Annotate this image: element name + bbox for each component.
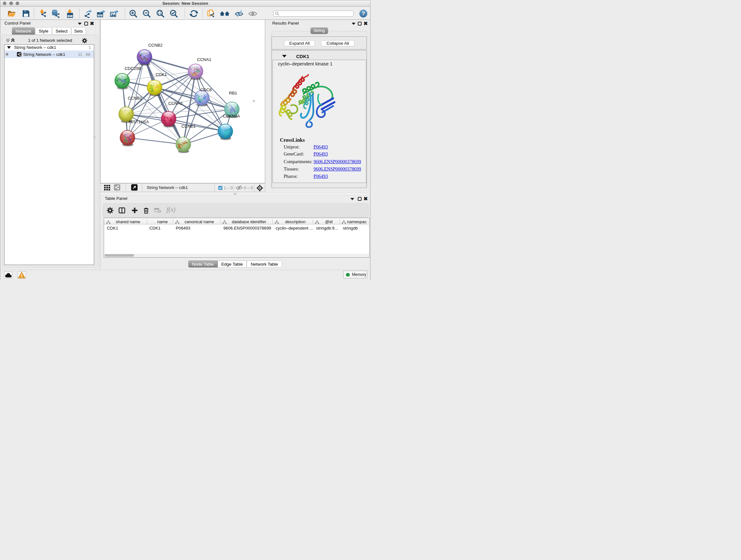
svg-text:CCNB2: CCNB2 (148, 43, 162, 48)
svg-text:CCNB1: CCNB1 (128, 96, 142, 101)
svg-text:RB1: RB1 (229, 91, 237, 96)
svg-text:CCNE1: CCNE1 (181, 124, 196, 129)
svg-text:HIST1H1A: HIST1H1A (129, 119, 149, 124)
svg-text:CDK1: CDK1 (155, 72, 166, 77)
svg-text:CDKN1A: CDKN1A (223, 114, 240, 118)
svg-text:CDC6: CDC6 (200, 87, 212, 92)
svg-text:CCNA1: CCNA1 (197, 57, 211, 62)
svg-text:CCNA2: CCNA2 (168, 101, 183, 106)
svg-text:CDC25B: CDC25B (125, 66, 141, 71)
